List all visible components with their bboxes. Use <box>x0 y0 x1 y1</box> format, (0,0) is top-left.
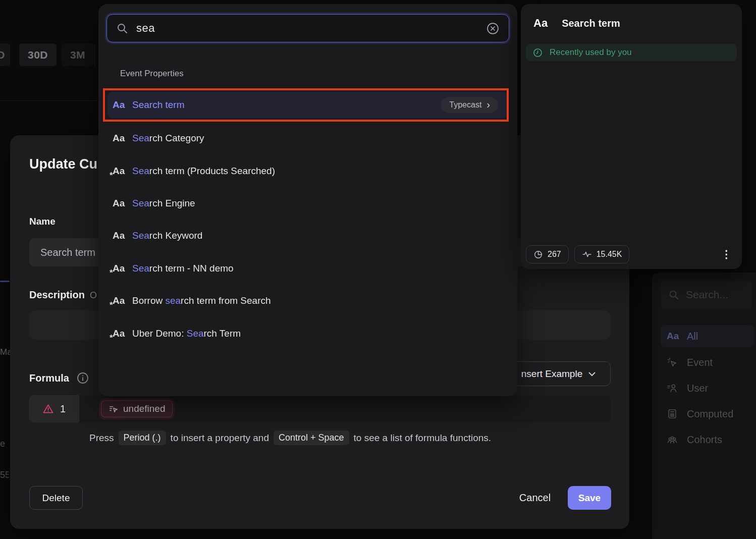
property-search-dropdown: Event Properties Aa* Search term Typecas… <box>98 4 517 396</box>
property-row-uber-demo-search-term[interactable]: Aa* Uber Demo: Search Term <box>107 322 508 345</box>
property-row-search-keyword[interactable]: Aa* Search Keyword <box>107 224 508 247</box>
property-label: Uber Demo: Search Term <box>132 328 241 339</box>
property-search-field[interactable] <box>106 14 509 42</box>
time-range-tab-3m[interactable]: 3M <box>62 43 94 66</box>
search-icon <box>668 289 679 300</box>
property-label: Search Keyword <box>132 230 202 241</box>
section-label-event-properties: Event Properties <box>120 69 184 79</box>
formula-token-icon <box>109 404 118 414</box>
text-property-icon: Aa* <box>113 99 127 111</box>
clock-icon <box>532 47 543 58</box>
kebab-menu-icon[interactable]: ⋮ <box>721 249 732 259</box>
pulse-icon <box>582 249 592 259</box>
custom-text-property-icon: Aa* <box>113 166 127 177</box>
formula-label: Formula <box>29 372 69 384</box>
pie-chart-icon <box>533 250 543 259</box>
calculator-icon <box>667 408 679 419</box>
axis-label-fragment: May <box>0 347 10 357</box>
cohorts-icon <box>667 434 679 445</box>
property-row-borrow-search-term[interactable]: Aa* Borrow search term from Search <box>107 289 508 312</box>
sidebar-item-cohorts[interactable]: Cohorts <box>661 428 754 451</box>
cancel-button[interactable]: Cancel <box>510 486 560 510</box>
property-label: Search Category <box>132 133 204 144</box>
sidebar-item-all[interactable]: Aa All <box>661 325 754 347</box>
description-label: DescriptionO <box>29 289 97 301</box>
search-icon <box>116 22 128 34</box>
property-row-search-engine[interactable]: Aa* Search Engine <box>107 192 508 215</box>
delete-button[interactable]: Delete <box>29 486 83 510</box>
sidebar-item-user[interactable]: User <box>661 377 754 399</box>
custom-text-property-icon: Aa* <box>113 295 127 306</box>
text-property-icon: Aa* <box>113 198 127 209</box>
save-button[interactable]: Save <box>568 486 611 510</box>
property-type-sidebar: Search... Aa All Event User <box>652 273 756 539</box>
formula-editor[interactable]: undefined <box>79 395 611 422</box>
kbd-control-space: Control + Space <box>274 430 349 445</box>
warning-icon <box>42 403 54 415</box>
clear-search-icon[interactable] <box>486 22 500 35</box>
time-range-tab-partial[interactable]: D <box>0 43 10 66</box>
sidebar-item-event[interactable]: Event <box>661 351 754 373</box>
chevron-down-icon <box>588 372 596 376</box>
kbd-period: Period (.) <box>119 430 166 445</box>
sidebar-search-input[interactable]: Search... <box>661 280 752 309</box>
formula-label-row: Formula <box>29 371 89 385</box>
formula-token-undefined[interactable]: undefined <box>101 400 173 417</box>
property-label: Search Engine <box>132 198 195 209</box>
axis-label-fragment: 55 <box>0 470 9 480</box>
event-cursor-icon <box>667 357 679 368</box>
insert-example-button[interactable]: nsert Example <box>506 361 611 386</box>
info-icon[interactable] <box>76 371 89 385</box>
description-optional-hint: O <box>90 290 97 300</box>
property-details-panel: Aa Search term Recently used by you 267 … <box>521 4 742 269</box>
user-icon <box>667 383 679 394</box>
property-row-search-category[interactable]: Aa* Search Category <box>107 127 508 150</box>
property-label: Borrow search term from Search <box>132 295 271 306</box>
property-row-search-term-nn-demo[interactable]: Aa* Search term - NN demo <box>107 257 508 280</box>
formula-error-count: 1 <box>29 395 79 422</box>
formula-hint: Press Period (.) to insert a property an… <box>89 430 491 445</box>
text-property-icon: Aa* <box>113 230 127 241</box>
property-row-search-term-products-searched[interactable]: Aa* Search term (Products Searched) <box>107 159 508 183</box>
chevron-right-icon: › <box>487 99 490 110</box>
name-field-value: Search term <box>40 247 95 258</box>
recently-used-badge: Recently used by you <box>526 44 737 61</box>
text-property-icon: Aa <box>533 17 548 30</box>
custom-text-property-icon: Aa* <box>113 328 127 339</box>
sidebar-item-computed[interactable]: Computed <box>661 403 754 425</box>
text-property-icon: Aa* <box>113 133 127 144</box>
custom-text-property-icon: Aa* <box>113 263 127 274</box>
typecast-button[interactable]: Typecast › <box>441 97 498 113</box>
property-row-search-term[interactable]: Aa* Search term Typecast › <box>107 92 508 118</box>
axis-label-fragment: e <box>0 439 7 449</box>
details-footer: 267 15.45K ⋮ <box>526 245 732 263</box>
property-label: Search term <box>132 99 184 111</box>
text-property-icon: Aa <box>667 331 679 342</box>
time-range-tab-30d[interactable]: 30D <box>19 43 57 66</box>
divider <box>94 43 95 66</box>
property-search-input[interactable] <box>136 22 478 35</box>
details-header: Aa Search term <box>533 17 620 30</box>
divider <box>0 100 98 101</box>
chart-line-fragment <box>0 281 10 282</box>
sidebar-search-placeholder: Search... <box>686 289 728 301</box>
cardinality-stat[interactable]: 267 <box>526 245 569 263</box>
app-screen: D 30D 3M May e 55 Search... Aa All Event <box>0 0 756 539</box>
name-label: Name <box>29 216 56 227</box>
modal-title: Update Cu <box>29 156 97 172</box>
volume-stat[interactable]: 15.45K <box>574 245 630 263</box>
property-label: Search term - NN demo <box>132 263 234 274</box>
details-title: Search term <box>562 18 620 29</box>
property-label: Search term (Products Searched) <box>132 166 275 177</box>
